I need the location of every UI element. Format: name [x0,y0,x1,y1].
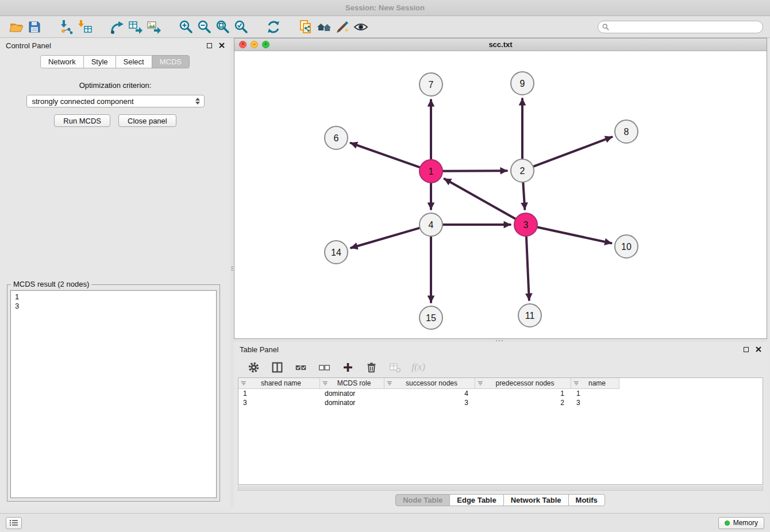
graph-node[interactable]: 1 [419,160,442,183]
graph-node[interactable]: 14 [325,241,348,264]
select-arrows-icon [195,98,200,105]
close-table-panel-button[interactable] [756,346,761,352]
export-image-button[interactable] [145,18,163,36]
tab-style[interactable]: Style [83,55,116,68]
graph-node[interactable]: 2 [511,159,534,182]
task-history-button[interactable] [6,517,22,529]
table-cell: 3 [384,398,475,407]
graph-edge[interactable] [351,143,419,167]
window-minimize-icon[interactable] [251,41,258,48]
control-panel-tabs: Network Style Select MCDS [0,55,230,68]
column-header[interactable]: predecessor nodes [475,378,571,389]
delete-column-button[interactable] [364,360,378,374]
function-builder-button[interactable]: f(x) [411,360,425,374]
unchecked-boxes-icon [318,361,330,373]
table-row[interactable]: 3dominator323 [238,398,763,407]
control-panel-title: Control Panel [6,41,51,50]
table-cell: 1 [571,389,619,398]
zoom-selected-button[interactable] [232,18,251,36]
graph-edge[interactable] [443,171,507,171]
table-hscrollbar[interactable] [238,486,763,491]
add-column-button[interactable] [341,360,355,374]
show-columns-button[interactable] [270,360,284,374]
refresh-view-button[interactable] [264,18,283,36]
graph-node[interactable]: 10 [615,235,638,258]
optimization-criterion-select[interactable]: strongly connected component [26,95,205,107]
mcds-result-text[interactable]: 1 3 [10,290,217,498]
tab-node-table[interactable]: Node Table [395,494,450,506]
graph-edge[interactable] [538,227,611,243]
column-header-label: MCDS role [329,379,384,387]
table-row[interactable]: 1dominator411 [238,389,763,398]
table-panel: Table Panel [234,342,767,511]
import-network-button[interactable] [57,18,76,36]
graph-node[interactable]: 4 [419,213,442,236]
tab-network-table[interactable]: Network Table [503,494,569,506]
home-layout-button[interactable] [315,18,333,36]
table-cell: 3 [238,398,320,407]
import-table-button[interactable] [76,18,94,36]
zoom-selected-icon [234,20,249,34]
close-panel-button[interactable] [219,43,225,48]
export-table-button[interactable] [126,18,145,36]
graph-node[interactable]: 7 [419,73,442,96]
window-close-icon[interactable] [239,41,247,48]
zoom-in-button[interactable] [177,18,195,36]
select-all-columns-button[interactable] [294,360,307,374]
table-cell: 2 [475,398,571,407]
column-header[interactable]: name [571,378,619,389]
zoom-out-button[interactable] [195,18,214,36]
graph-node[interactable]: 6 [325,126,348,149]
float-table-panel-button[interactable] [744,347,749,352]
graph-edge[interactable] [445,179,515,218]
show-hide-graphics-button[interactable] [352,18,370,36]
window-maximize-icon[interactable] [262,41,270,48]
table-settings-button[interactable] [247,360,260,374]
open-session-button[interactable] [7,18,25,36]
graph-node-label: 15 [426,313,436,323]
tab-edge-table[interactable]: Edge Table [449,494,503,506]
zoom-in-icon [179,20,194,34]
graph-edge[interactable] [534,137,612,166]
deselect-all-columns-button[interactable] [317,360,331,374]
window-title: Session: New Session [345,3,425,12]
column-header[interactable]: shared name [238,378,320,389]
export-network-button[interactable] [108,18,126,36]
search-input[interactable] [598,21,763,33]
close-panel-action-button[interactable]: Close panel [118,114,176,127]
graph-node[interactable]: 3 [514,213,537,236]
table-tabs: Node Table Edge Table Network Table Moti… [234,494,767,506]
table-cell: 3 [571,398,619,407]
refresh-icon [266,20,281,34]
graph-edge[interactable] [523,183,525,209]
save-session-button[interactable] [25,18,44,36]
graph-node[interactable]: 15 [419,306,442,329]
graph-node[interactable]: 11 [518,304,541,327]
list-icon [9,519,18,526]
column-header-label: shared name [247,379,319,387]
float-panel-button[interactable] [207,43,212,48]
graph-node-label: 1 [429,167,434,176]
graph-edge[interactable] [526,237,529,300]
delete-table-button[interactable] [388,360,402,374]
selected-option: strongly connected component [32,97,134,106]
memory-button[interactable]: Memory [718,517,764,529]
optimization-criterion-label: Optimization criterion: [0,81,230,90]
search-icon [602,24,609,30]
tab-select[interactable]: Select [116,55,152,68]
column-header[interactable]: MCDS role [320,378,384,389]
graph-edge[interactable] [351,228,419,248]
zoom-fit-button[interactable] [214,18,232,36]
copy-network-view-button[interactable] [297,18,315,36]
tab-network[interactable]: Network [40,55,84,68]
column-header[interactable]: successor nodes [384,378,475,389]
graph-node[interactable]: 9 [511,72,534,95]
graph-node[interactable]: 8 [615,120,638,143]
tab-motifs[interactable]: Motifs [568,494,605,506]
network-window-titlebar[interactable]: scc.txt [234,38,767,51]
apply-style-button[interactable] [333,18,352,36]
network-graph-canvas[interactable]: 7968124314101511 [234,51,767,338]
tab-mcds[interactable]: MCDS [152,55,190,68]
run-mcds-button[interactable]: Run MCDS [54,114,110,127]
graph-node-label: 4 [429,220,434,230]
